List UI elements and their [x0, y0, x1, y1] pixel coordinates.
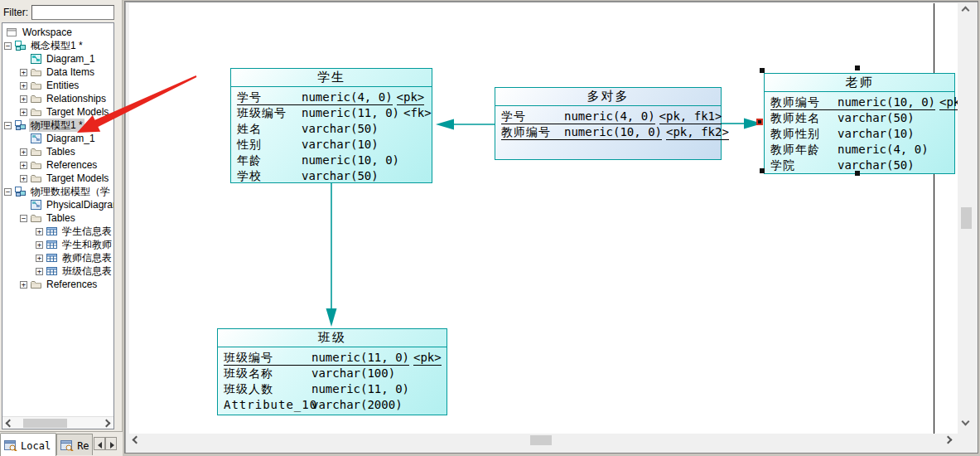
entity-column-row[interactable]: 教师编号numeric(10, 0)<pk> [770, 95, 954, 110]
tree-item-label[interactable]: 学生信息表 [60, 225, 113, 238]
tree-item-label[interactable]: Target Models [45, 106, 110, 118]
tree-item[interactable]: −物理数据模型（学 [2, 185, 113, 198]
expand-plus-icon[interactable]: + [36, 241, 43, 249]
tree-item[interactable]: +Relationships [2, 92, 113, 105]
entity-title[interactable]: 班级 [218, 329, 447, 347]
collapse-minus-icon[interactable]: − [20, 215, 27, 222]
entity-column-row[interactable]: 性别varchar(10) [237, 137, 432, 153]
tree-item[interactable]: −物理模型1 * [2, 119, 113, 132]
tree-item-label[interactable]: Relationships [45, 93, 108, 104]
expand-plus-icon[interactable]: + [20, 109, 27, 116]
tree-item-label[interactable]: 教师信息表 [60, 251, 113, 264]
tab-scroll-right-button[interactable] [105, 437, 117, 450]
tree-item[interactable]: +Entities [2, 79, 113, 92]
diagram-canvas[interactable]: 学生学号numeric(4, 0)<pk>班级编号numeric(11, 0)<… [129, 3, 958, 434]
tree-item[interactable]: +Data Items [2, 65, 113, 79]
expand-plus-icon[interactable]: + [36, 255, 43, 262]
entity-column-row[interactable]: Attribute_10varchar(2000) [224, 397, 447, 413]
tree-item-label[interactable]: Target Models [45, 172, 110, 184]
tree-item-label[interactable]: Entities [45, 80, 80, 91]
entity-column-row[interactable]: 学院varchar(50) [770, 158, 954, 173]
expand-plus-icon[interactable]: + [20, 95, 27, 103]
tree-item-label[interactable]: Data Items [45, 66, 96, 78]
tree-item-label[interactable]: 学生和教师 [60, 238, 113, 251]
tree-item[interactable]: +教师信息表 [2, 251, 113, 264]
canvas-horizontal-scrollbar[interactable] [129, 434, 958, 447]
tree-item[interactable]: +References [2, 278, 113, 291]
tree-item-label[interactable]: 概念模型1 * [29, 39, 84, 52]
sidebar-horizontal-scrollbar[interactable] [2, 416, 113, 429]
tree-item[interactable]: +Target Models [2, 105, 113, 119]
tree-item-label[interactable]: References [45, 159, 99, 171]
tree-item[interactable]: Workspace [2, 26, 113, 39]
expand-plus-icon[interactable]: + [20, 175, 27, 182]
tree-item[interactable]: PhysicalDiagram [2, 198, 113, 211]
scroll-right-icon[interactable] [944, 437, 951, 444]
tree-item[interactable]: Diagram_1 [2, 52, 113, 65]
entity-column-row[interactable]: 班级编号numeric(11, 0)<fk> [237, 105, 432, 121]
selection-handle[interactable] [760, 168, 765, 173]
collapse-minus-icon[interactable]: − [4, 122, 12, 129]
tree-item[interactable]: +班级信息表 [2, 264, 113, 278]
entity-column-row[interactable]: 教师姓名varchar(50) [770, 110, 954, 126]
tree-item[interactable]: +Tables [2, 145, 113, 158]
entity-column-row[interactable]: 学号numeric(4, 0)<pk> [237, 90, 432, 105]
expand-plus-icon[interactable]: + [20, 69, 27, 76]
tree-item-label[interactable]: Tables [45, 212, 77, 224]
tree-item[interactable]: +学生和教师 [2, 238, 113, 251]
tree-item-label[interactable]: Workspace [21, 27, 74, 38]
entity-table[interactable]: 学生学号numeric(4, 0)<pk>班级编号numeric(11, 0)<… [230, 68, 432, 183]
tree-item-label[interactable]: 物理数据模型（学 [29, 185, 112, 198]
scroll-left-icon[interactable] [133, 437, 141, 444]
entity-table[interactable]: 多对多学号numeric(4, 0)<pk, fk1>教师编号numeric(1… [495, 87, 722, 160]
expand-plus-icon[interactable]: + [20, 162, 27, 169]
entity-table[interactable]: 老师教师编号numeric(10, 0)<pk>教师姓名varchar(50)教… [764, 73, 955, 174]
entity-column-row[interactable]: 班级人数numeric(11, 0) [224, 381, 447, 397]
entity-title[interactable]: 学生 [231, 69, 432, 87]
tree-item-label[interactable]: PhysicalDiagram [45, 199, 113, 211]
horizontal-scrollbar-thumb[interactable] [530, 435, 552, 445]
vertical-scrollbar-thumb[interactable] [961, 207, 972, 229]
entity-column-row[interactable]: 学校varchar(50) [237, 168, 432, 184]
scroll-left-icon[interactable] [6, 420, 14, 428]
entity-column-row[interactable]: 教师性别varchar(10) [770, 126, 954, 142]
expand-plus-icon[interactable]: + [20, 82, 27, 90]
selection-handle[interactable] [855, 171, 860, 176]
entity-column-row[interactable]: 教师年龄numeric(4, 0) [770, 142, 954, 158]
entity-title[interactable]: 老师 [765, 74, 954, 92]
tree-item[interactable]: +学生信息表 [2, 225, 113, 238]
selection-handle[interactable] [855, 65, 860, 70]
entity-column-row[interactable]: 教师编号numeric(10, 0)<pk, fk2> [501, 124, 721, 140]
expand-plus-icon[interactable]: + [36, 228, 43, 235]
scroll-right-icon[interactable] [103, 420, 111, 428]
tab-repository[interactable]: Re [56, 434, 93, 455]
tab-local[interactable]: Local [0, 433, 56, 456]
entity-title[interactable]: 多对多 [495, 88, 721, 106]
entity-column-row[interactable]: 班级名称varchar(100) [224, 366, 447, 381]
expand-plus-icon[interactable]: + [36, 268, 43, 275]
tree-item[interactable]: −Tables [2, 211, 113, 225]
tree-item-label[interactable]: Diagram_1 [45, 53, 97, 65]
tree-item[interactable]: −概念模型1 * [2, 39, 113, 52]
tree-item[interactable]: +References [2, 158, 113, 172]
tree-item-label[interactable]: References [45, 279, 99, 290]
tree-item[interactable]: +Target Models [2, 172, 113, 185]
tree-item[interactable]: Diagram_1 [2, 132, 113, 145]
entity-column-row[interactable]: 学号numeric(4, 0)<pk, fk1> [501, 109, 721, 124]
tree-item-label[interactable]: Diagram_1 [45, 133, 97, 144]
scroll-up-icon[interactable] [963, 6, 970, 13]
collapse-minus-icon[interactable]: − [4, 188, 12, 196]
sidebar-scrollbar-thumb[interactable] [23, 419, 67, 428]
collapse-minus-icon[interactable]: − [4, 42, 12, 50]
scroll-down-icon[interactable] [963, 419, 970, 426]
tab-scroll-left-button[interactable] [94, 437, 105, 450]
filter-input[interactable] [31, 5, 114, 20]
entity-column-row[interactable]: 班级编号numeric(11, 0)<pk> [224, 350, 447, 366]
entity-table[interactable]: 班级班级编号numeric(11, 0)<pk>班级名称varchar(100)… [217, 328, 447, 415]
tree-item-label[interactable]: 物理模型1 * [29, 119, 84, 132]
expand-plus-icon[interactable]: + [20, 148, 27, 156]
entity-column-row[interactable]: 年龄numeric(10, 0) [237, 153, 432, 168]
canvas-vertical-scrollbar[interactable] [959, 2, 973, 431]
tree-item-label[interactable]: 班级信息表 [60, 264, 113, 278]
expand-plus-icon[interactable]: + [20, 281, 27, 289]
